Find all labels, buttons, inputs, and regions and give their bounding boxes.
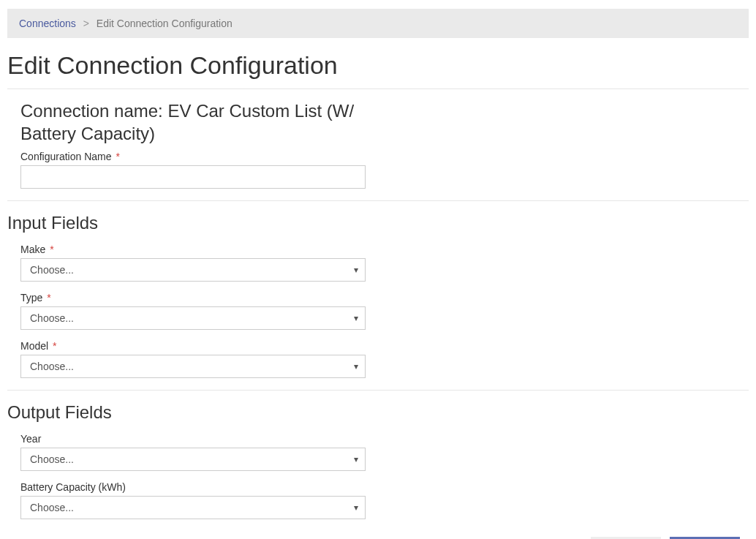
output-battery-select-wrap: Choose... (20, 496, 366, 519)
input-type-label-text: Type (20, 292, 42, 304)
output-year-select[interactable]: Choose... (20, 448, 366, 471)
output-battery-select[interactable]: Choose... (20, 496, 366, 519)
required-indicator: * (50, 244, 53, 255)
output-battery-group: Battery Capacity (kWh) Choose... (0, 475, 756, 524)
config-name-label: Configuration Name * (20, 151, 749, 162)
input-type-label: Type * (20, 292, 749, 304)
config-name-input[interactable] (20, 165, 366, 189)
output-year-label: Year (20, 433, 749, 445)
page-title: Edit Connection Configuration (0, 38, 756, 88)
config-name-label-text: Configuration Name (20, 151, 112, 162)
breadcrumb-link-connections[interactable]: Connections (19, 18, 76, 29)
input-type-group: Type * Choose... (0, 286, 756, 334)
required-indicator: * (47, 292, 50, 304)
input-make-group: Make * Choose... (0, 238, 756, 286)
config-name-group: Configuration Name * (0, 145, 756, 193)
output-year-label-text: Year (20, 433, 41, 445)
actions-row: Cancel Save (0, 524, 756, 539)
connection-name-heading: Connection name: EV Car Custom List (W/ … (0, 89, 380, 145)
input-make-select[interactable]: Choose... (20, 258, 366, 282)
input-make-label: Make * (20, 244, 749, 255)
breadcrumb: Connections > Edit Connection Configurat… (7, 9, 749, 38)
output-year-group: Year Choose... (0, 427, 756, 475)
input-make-select-wrap: Choose... (20, 258, 366, 282)
input-model-label: Model * (20, 340, 749, 352)
output-fields-heading: Output Fields (0, 391, 756, 427)
required-indicator: * (116, 151, 119, 162)
output-battery-label-text: Battery Capacity (kWh) (20, 481, 126, 493)
input-model-group: Model * Choose... (0, 334, 756, 382)
output-battery-label: Battery Capacity (kWh) (20, 481, 749, 493)
input-model-label-text: Model (20, 340, 48, 352)
input-model-select-wrap: Choose... (20, 355, 366, 378)
connection-name-prefix: Connection name: (20, 101, 167, 121)
required-indicator: * (53, 340, 56, 352)
input-type-select[interactable]: Choose... (20, 306, 366, 330)
breadcrumb-separator: > (83, 18, 89, 29)
input-make-label-text: Make (20, 244, 45, 255)
input-model-select[interactable]: Choose... (20, 355, 366, 378)
input-fields-heading: Input Fields (0, 201, 756, 238)
input-type-select-wrap: Choose... (20, 306, 366, 330)
breadcrumb-current: Edit Connection Configuration (97, 18, 233, 29)
output-year-select-wrap: Choose... (20, 448, 366, 471)
